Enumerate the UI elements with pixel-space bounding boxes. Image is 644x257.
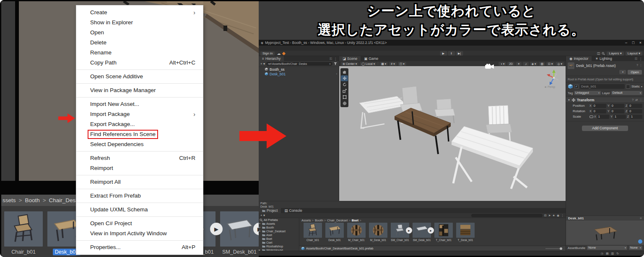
asset-tile[interactable]: ▶ T_Desk_b01 <box>456 223 475 246</box>
version-control-icon[interactable]: ◫ <box>597 51 600 55</box>
hierarchy-item[interactable]: Desk_b01 › <box>259 72 339 76</box>
collab-icon[interactable]: ▥ <box>611 252 614 255</box>
tab-console[interactable]: ▤Console <box>281 208 305 213</box>
menu-item[interactable]: Show in Explorer › <box>76 18 203 28</box>
layers-dropdown[interactable]: Layers ▾ <box>607 51 623 56</box>
asset-tile[interactable]: ▶ T_Chair_b01 <box>434 223 453 246</box>
asset-tile[interactable]: ▶ SM_Desk_b01 <box>220 211 259 257</box>
fold-arrow-icon[interactable]: ▼ <box>259 222 261 226</box>
assetbundle-dropdown[interactable]: None▾ <box>587 246 627 250</box>
expand-play-button[interactable]: ▶ <box>210 223 223 235</box>
menu-item[interactable]: Select Dependencies › <box>76 139 203 149</box>
foldout-arrow-icon[interactable]: ▼ <box>568 99 570 101</box>
help-icon[interactable]: ? <box>632 98 634 102</box>
folder-tree-item[interactable]: ▼ Assets <box>259 222 299 226</box>
menu-item[interactable]: Extract From Prefab › <box>76 191 203 201</box>
asset-tile[interactable]: ▶ Chair_b01 <box>4 211 43 257</box>
tab-inspector[interactable]: ◉Inspector <box>566 56 592 61</box>
audio-toggle-icon[interactable]: ♫ <box>523 62 528 66</box>
hidden-packages-icon[interactable]: ◉ <box>557 214 559 217</box>
menu-item[interactable]: Properties... Alt+P › <box>76 242 203 252</box>
kebab-menu-icon[interactable]: ⋮ <box>639 57 642 61</box>
2d-toggle-button[interactable]: 2D <box>507 62 514 66</box>
static-dropdown-icon[interactable]: ▾ <box>641 85 642 88</box>
asset-thumbnail[interactable]: ▶ <box>456 223 475 238</box>
asset-tile[interactable]: ▶ Chair_b01 <box>304 223 322 246</box>
effects-dropdown[interactable]: ◈ ▾ <box>530 62 538 66</box>
tab-hierarchy[interactable]: ≡Hierarchy <box>259 56 284 61</box>
asset-tile[interactable]: ▶ SM_Chair_b01 <box>391 223 409 246</box>
favorites-icon[interactable]: ★ <box>553 214 555 217</box>
menu-item[interactable]: Import New Asset... › <box>76 99 203 109</box>
rotate-tool[interactable] <box>340 82 348 87</box>
static-checkbox[interactable] <box>626 85 630 89</box>
asset-thumbnail[interactable]: ▶ <box>4 211 43 247</box>
project-breadcrumb-item[interactable]: Chair_Deskset > <box>327 218 351 222</box>
axis-value-input[interactable]: 0 <box>628 109 642 113</box>
saved-search-item[interactable]: All Prefabs <box>259 218 299 222</box>
hierarchy-item[interactable]: Booth_ss › <box>259 67 339 72</box>
project-search-input[interactable] <box>471 214 543 217</box>
asset-thumbnail[interactable]: ▶ <box>369 223 387 238</box>
fold-arrow-icon[interactable]: ▼ <box>259 229 261 233</box>
scene-viewport[interactable]: ⊕ Center ▾ ◯ Local ▾ ▦ ▾ # ▾ ◫ ▾ ◑ ▾ 2D … <box>339 61 566 201</box>
assetbundle-variant-dropdown[interactable]: None▾ <box>629 246 642 250</box>
hierarchy-search-input[interactable]: ref:Assets/Booth/Chair_Desks × <box>266 62 332 66</box>
pivot-mode-dropdown[interactable]: ⊕ Center ▾ <box>341 62 358 66</box>
sign-in-button[interactable]: Sign in <box>260 51 275 56</box>
menu-item[interactable]: Create › <box>76 8 203 18</box>
presets-icon[interactable]: ⇄ <box>635 98 638 102</box>
axis-value-input[interactable]: 0 <box>610 109 624 113</box>
expand-play-button[interactable]: ▶ <box>406 227 412 234</box>
help-icon[interactable]: ? <box>636 64 638 67</box>
menu-item[interactable]: Reimport All › <box>76 177 203 187</box>
rect-tool[interactable] <box>340 94 348 100</box>
constrain-proportions-icon[interactable] <box>589 116 593 118</box>
menu-item[interactable]: View in Package Manager › <box>76 85 203 95</box>
kebab-menu-icon[interactable]: ⋮ <box>639 98 642 102</box>
close-button[interactable]: × <box>637 40 644 46</box>
axis-value-input[interactable]: 1 <box>597 115 610 119</box>
kebab-menu-icon[interactable]: ⋮ <box>334 57 337 61</box>
menu-item[interactable]: Open › <box>76 28 203 38</box>
menu-item[interactable]: Reimport › <box>76 163 203 173</box>
search-icon[interactable] <box>602 52 605 55</box>
thumbnail-size-slider[interactable] <box>545 248 562 249</box>
folder-tree-item[interactable]: ▼ Chair_Deskset <box>259 229 299 233</box>
hidden-objects-icon[interactable]: ▨ <box>539 62 545 66</box>
project-breadcrumb-item[interactable]: Booth > <box>315 218 326 222</box>
maximize-button[interactable]: □ <box>630 40 637 46</box>
scene-camera-gizmo-icon[interactable] <box>485 64 494 69</box>
tab-game[interactable]: ▣Game <box>361 56 382 61</box>
asset-thumbnail[interactable]: ▶ <box>304 223 322 238</box>
breadcrumb-item[interactable]: Booth> <box>25 197 49 203</box>
menu-item[interactable]: Export Package... › <box>76 119 203 129</box>
menu-item[interactable]: Copy Path Alt+Ctrl+C › <box>76 58 203 68</box>
folder-tree-item[interactable]: Aset <box>259 233 299 237</box>
menu-item[interactable]: Import Package › <box>76 109 203 119</box>
handle-space-dropdown[interactable]: ◯ Local ▾ <box>360 62 377 66</box>
lock-icon[interactable]: ⚿ <box>330 57 332 61</box>
transform-component-header[interactable]: ▼ Transform ?⇄⋮ <box>566 97 644 103</box>
menu-item[interactable]: Open C# Project › <box>76 218 203 229</box>
object-name-field[interactable]: Desk_b01 <box>580 84 625 89</box>
add-component-button[interactable]: Add Component <box>582 126 628 131</box>
axis-value-input[interactable]: 1 <box>630 115 642 119</box>
asset-thumbnail[interactable]: ▶ <box>325 223 344 238</box>
menu-item[interactable]: Refresh Ctrl+R › <box>76 153 203 163</box>
shading-mode-dropdown[interactable]: ◑ ▾ <box>499 62 506 66</box>
active-checkbox[interactable]: ✓ <box>574 85 579 89</box>
asset-tile[interactable]: ▶ SM_Desk_b01 <box>413 223 431 246</box>
cloud-icon[interactable]: ☁ <box>277 51 280 56</box>
item-more-icon[interactable]: › <box>336 72 339 75</box>
tool-settings-dropdown[interactable]: ◫ ▾ <box>398 62 406 66</box>
asset-tile[interactable]: ▶ Desk_b01 <box>325 223 344 246</box>
axis-value-input[interactable]: 0 <box>610 104 624 108</box>
grid-snap-dropdown[interactable]: ▦ ▾ <box>379 62 388 66</box>
kebab-menu-icon[interactable]: ⋮ <box>639 64 642 67</box>
unity-muse-icon[interactable] <box>282 51 286 55</box>
menu-item[interactable]: Rename › <box>76 48 203 58</box>
search-by-label-icon[interactable]: ➤ <box>548 214 551 217</box>
perspective-label[interactable]: ◄ Persp <box>544 85 555 88</box>
asset-tile[interactable]: ▶ M_Chair_b01 <box>347 223 366 246</box>
